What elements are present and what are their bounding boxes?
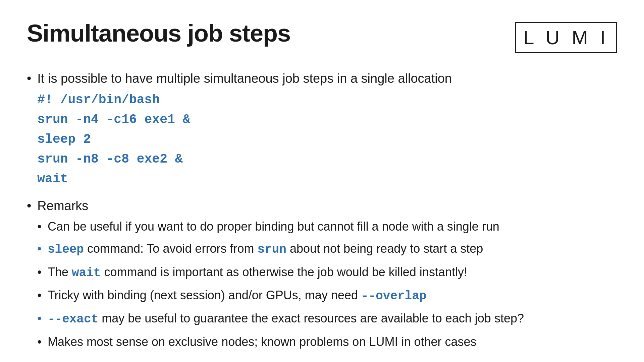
sub-bullet-5-text: --exact may be useful to guarantee the e… — [48, 310, 617, 328]
sub-bullet-2: sleep command: To avoid errors from srun… — [37, 240, 617, 258]
sub-bullet-6: Makes most sense on exclusive nodes; kno… — [37, 334, 617, 350]
slide: Simultaneous job steps L U M I It is pos… — [0, 0, 644, 362]
code-line-2: srun -n4 -c16 exe1 & — [37, 110, 617, 130]
code-line-3: sleep 2 — [37, 130, 617, 149]
slide-title: Simultaneous job steps — [27, 20, 290, 47]
bullet-item-2: Remarks Can be useful if you want to do … — [27, 197, 617, 356]
code-line-1: #! /usr/bin/bash — [37, 90, 617, 110]
sub-bullet-list: Can be useful if you want to do proper b… — [37, 218, 617, 350]
bullet-1-intro: It is possible to have multiple simultan… — [37, 71, 452, 85]
sub-bullet-3-text: The wait command is important as otherwi… — [48, 264, 617, 282]
slide-content: It is possible to have multiple simultan… — [27, 70, 617, 356]
sub-bullet-4-text: Tricky with binding (next session) and/o… — [48, 287, 617, 305]
main-bullet-list: It is possible to have multiple simultan… — [27, 70, 617, 356]
bullet-item-1: It is possible to have multiple simultan… — [27, 70, 617, 189]
lumi-logo: L U M I — [515, 22, 617, 53]
sleep-code: sleep — [48, 243, 84, 256]
sub-bullet-1: Can be useful if you want to do proper b… — [37, 218, 617, 235]
bullet-text-2: Remarks Can be useful if you want to do … — [37, 197, 617, 356]
bullet-text-1: It is possible to have multiple simultan… — [37, 70, 617, 189]
srun-code: srun — [257, 243, 286, 256]
sub-bullet-6-text: Makes most sense on exclusive nodes; kno… — [48, 334, 617, 350]
exact-code: --exact — [48, 312, 98, 326]
sub-bullet-3: The wait command is important as otherwi… — [37, 264, 617, 282]
code-line-5: wait — [37, 169, 617, 189]
wait-code: wait — [72, 266, 101, 280]
overlap-code: --overlap — [361, 289, 426, 303]
sub-bullet-2-text: sleep command: To avoid errors from srun… — [48, 240, 617, 258]
logo-text: L U M I — [523, 26, 609, 49]
slide-header: Simultaneous job steps L U M I — [27, 20, 617, 53]
sub-bullet-4: Tricky with binding (next session) and/o… — [37, 287, 617, 305]
sub-bullet-1-text: Can be useful if you want to do proper b… — [48, 218, 617, 235]
bullet-2-label: Remarks — [37, 199, 88, 213]
code-block-1: #! /usr/bin/bash srun -n4 -c16 exe1 & sl… — [37, 90, 617, 189]
sub-bullet-5: --exact may be useful to guarantee the e… — [37, 310, 617, 328]
code-line-4: srun -n8 -c8 exe2 & — [37, 149, 617, 169]
